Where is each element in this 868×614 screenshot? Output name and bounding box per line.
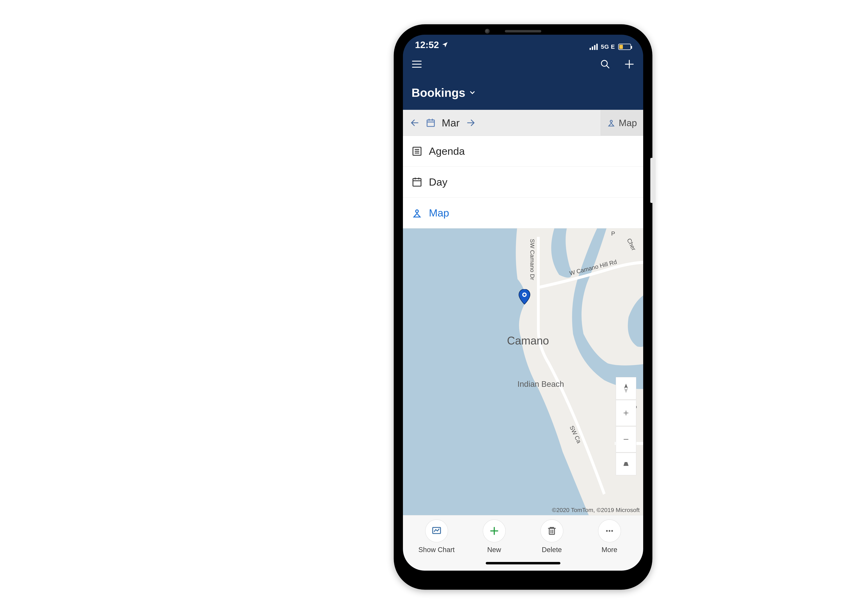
map-pin-icon	[607, 118, 616, 127]
map-place-label: Indian Beach	[518, 379, 564, 389]
map-zoom-in-button[interactable]	[616, 400, 636, 426]
current-month-label: Mar	[442, 117, 460, 129]
svg-marker-25	[624, 384, 628, 388]
svg-line-4	[607, 65, 609, 68]
map-orientation-button[interactable]	[616, 377, 636, 400]
search-button[interactable]	[600, 59, 610, 69]
agenda-icon	[412, 146, 422, 157]
phone-frame: 12:52 5G E	[394, 24, 652, 590]
prev-month-button[interactable]	[410, 118, 420, 128]
calendar-icon[interactable]	[426, 118, 436, 128]
svg-marker-26	[624, 388, 628, 393]
svg-point-22	[415, 210, 418, 212]
new-button[interactable]: New	[467, 519, 522, 554]
map-edge-letter: P	[611, 230, 615, 237]
phone-screen: 12:52 5G E	[403, 35, 643, 571]
svg-point-24	[523, 294, 526, 296]
command-label: More	[602, 546, 617, 554]
app-header: Bookings	[403, 51, 643, 110]
chart-icon	[431, 526, 442, 536]
battery-icon	[618, 44, 631, 50]
plus-icon	[489, 526, 499, 536]
map-attribution: ©2020 TomTom, ©2019 Microsoft	[552, 507, 640, 513]
view-option-label: Agenda	[429, 145, 465, 157]
phone-notch	[394, 28, 652, 35]
home-indicator[interactable]	[486, 562, 560, 564]
location-services-icon	[442, 41, 448, 48]
view-option-day[interactable]: Day	[403, 167, 643, 198]
svg-rect-8	[427, 120, 434, 126]
page-title: Bookings	[412, 86, 465, 99]
map-toggle-button[interactable]: Map	[600, 110, 643, 136]
more-button[interactable]: More	[582, 519, 637, 554]
svg-marker-30	[624, 462, 628, 466]
page-title-dropdown[interactable]: Bookings	[412, 86, 635, 99]
cellular-signal-icon	[590, 44, 598, 50]
svg-point-38	[609, 530, 610, 532]
map-place-label: Camano	[507, 334, 549, 347]
map-zoom-out-button[interactable]	[616, 426, 636, 452]
command-label: Delete	[542, 546, 562, 554]
status-bar: 12:52 5G E	[403, 35, 643, 51]
view-option-label: Map	[429, 207, 449, 219]
view-options-list: Agenda Day	[403, 136, 643, 228]
svg-point-39	[611, 530, 613, 532]
command-label: Show Chart	[418, 546, 455, 554]
map-controls	[616, 377, 636, 475]
view-option-map[interactable]: Map	[403, 198, 643, 228]
map-land	[403, 228, 643, 515]
map-road-label: SW Camano Dr	[529, 239, 536, 280]
trash-icon	[547, 526, 557, 536]
month-toolbar: Mar Map	[403, 110, 643, 136]
map-icon	[412, 208, 422, 219]
map-view[interactable]: SW Camano Dr W Camano Hill Rd Cher W Mo …	[403, 228, 643, 515]
show-chart-button[interactable]: Show Chart	[409, 519, 464, 554]
map-tilt-button[interactable]	[616, 453, 636, 475]
svg-point-13	[610, 120, 613, 122]
map-marker[interactable]	[518, 289, 530, 305]
more-icon	[604, 526, 615, 536]
command-label: New	[487, 546, 501, 554]
status-time: 12:52	[415, 39, 439, 50]
svg-rect-18	[413, 178, 421, 186]
phone-power-button	[650, 158, 655, 203]
svg-point-37	[606, 530, 608, 532]
hamburger-menu-button[interactable]	[412, 60, 422, 68]
map-toggle-label: Map	[619, 118, 637, 128]
svg-rect-34	[549, 528, 554, 534]
view-option-label: Day	[429, 176, 448, 188]
chevron-down-icon	[469, 89, 476, 96]
next-month-button[interactable]	[466, 118, 476, 128]
delete-button[interactable]: Delete	[524, 519, 579, 554]
add-button[interactable]	[624, 59, 635, 70]
network-type-label: 5G E	[601, 43, 615, 50]
view-option-agenda[interactable]: Agenda	[403, 136, 643, 167]
day-icon	[412, 177, 422, 188]
